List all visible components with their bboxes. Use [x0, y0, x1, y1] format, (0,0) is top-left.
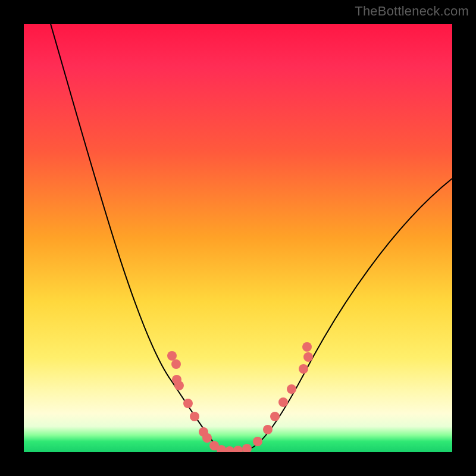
watermark-text: TheBottleneck.com: [355, 4, 469, 19]
data-dot: [183, 399, 193, 408]
data-dot: [278, 397, 288, 407]
data-dot: [263, 425, 273, 434]
plot-area: [24, 24, 452, 452]
data-dot: [225, 446, 234, 452]
data-dot: [233, 446, 243, 452]
data-dot: [171, 359, 181, 369]
curve-right: [229, 178, 452, 451]
curve-svg: [24, 24, 452, 452]
data-dot: [242, 444, 252, 452]
data-dot: [287, 384, 296, 394]
chart-frame: TheBottleneck.com: [0, 0, 476, 476]
data-dot: [174, 381, 184, 390]
data-dot: [202, 433, 212, 443]
data-dot: [302, 342, 312, 352]
data-dot: [253, 437, 262, 446]
curve-left: [51, 24, 229, 451]
data-dot: [303, 352, 313, 362]
data-dot: [167, 351, 177, 361]
data-dot: [299, 364, 308, 374]
data-dot: [190, 412, 199, 421]
data-dot: [270, 412, 280, 421]
